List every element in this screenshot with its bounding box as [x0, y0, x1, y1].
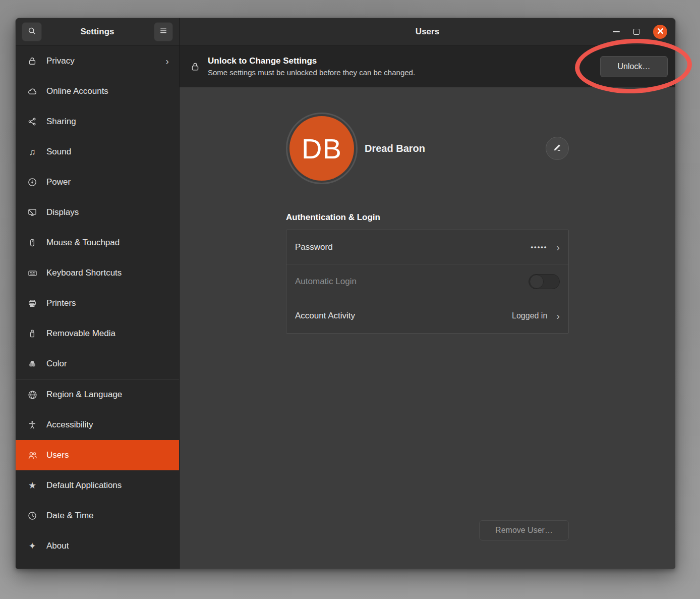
masked-password-value: ••••• — [531, 243, 548, 251]
keyboard-icon — [27, 267, 38, 279]
hamburger-menu-icon — [159, 26, 168, 37]
sidebar-item-default-applications[interactable]: ★ Default Applications — [16, 470, 179, 501]
mouse-icon — [27, 237, 38, 248]
sidebar-list: Privacy › Online Accounts Sharing ♫ Soun… — [16, 46, 179, 569]
sparkle-icon: ✦ — [27, 540, 38, 552]
printer-icon — [27, 298, 38, 309]
main-area: DB Dread Baron Authentication & Login Pa… — [180, 87, 675, 569]
sidebar-item-date-time[interactable]: Date & Time — [16, 501, 179, 531]
sidebar-item-online-accounts[interactable]: Online Accounts — [16, 76, 179, 106]
maximize-button[interactable] — [633, 29, 639, 35]
banner-text: Unlock to Change Settings Some settings … — [208, 56, 415, 77]
sidebar-header: Settings — [16, 18, 179, 46]
clock-icon — [27, 510, 38, 521]
sidebar-item-removable-media[interactable]: Removable Media — [16, 318, 179, 349]
close-button[interactable] — [653, 25, 667, 39]
sidebar-item-users[interactable]: Users — [16, 440, 179, 470]
sidebar-item-sharing[interactable]: Sharing — [16, 106, 179, 137]
search-icon — [27, 26, 37, 38]
minimize-button[interactable] — [613, 31, 620, 32]
profile-row: DB Dread Baron — [286, 113, 569, 184]
chevron-right-icon: › — [556, 311, 560, 321]
chevron-right-icon: › — [165, 56, 169, 66]
banner-subtitle: Some settings must be unlocked before th… — [208, 68, 415, 77]
unlock-button[interactable]: Unlock… — [600, 56, 668, 77]
settings-window: Settings Privacy › Online Accounts — [15, 18, 676, 569]
power-icon — [27, 177, 38, 188]
sidebar-item-printers[interactable]: Printers — [16, 288, 179, 318]
sidebar-item-keyboard-shortcuts[interactable]: Keyboard Shortcuts — [16, 258, 179, 288]
sidebar-item-about[interactable]: ✦ About — [16, 531, 179, 561]
primary-menu-button[interactable] — [154, 22, 173, 41]
sidebar-item-power[interactable]: Power — [16, 167, 179, 197]
unlock-banner: Unlock to Change Settings Some settings … — [180, 46, 675, 87]
star-icon: ★ — [27, 480, 38, 491]
sidebar-item-color[interactable]: Color — [16, 349, 179, 379]
lock-icon — [27, 56, 38, 67]
sidebar-item-sound[interactable]: ♫ Sound — [16, 137, 179, 167]
music-note-icon: ♫ — [27, 146, 38, 157]
page-title: Users — [180, 27, 675, 37]
color-circles-icon — [27, 358, 38, 369]
password-row[interactable]: Password ••••• › — [286, 230, 568, 264]
toggle-knob — [530, 275, 544, 289]
users-icon — [27, 450, 38, 461]
cloud-icon — [27, 86, 38, 97]
sidebar-item-displays[interactable]: Displays — [16, 197, 179, 228]
accessibility-icon — [27, 419, 38, 430]
chevron-right-icon: › — [556, 242, 560, 252]
close-icon — [657, 27, 664, 36]
sidebar-item-accessibility[interactable]: Accessibility — [16, 410, 179, 440]
auth-card: Password ••••• › Automatic Login — [286, 230, 569, 334]
edit-name-button[interactable] — [546, 137, 569, 160]
remove-user-button[interactable]: Remove User… — [479, 520, 569, 540]
account-activity-value: Logged in — [512, 311, 547, 320]
search-button[interactable] — [22, 22, 42, 41]
account-activity-row[interactable]: Account Activity Logged in › — [286, 299, 568, 333]
content-pane: Users Unlock to Change Settings Some set… — [180, 18, 675, 569]
automatic-login-toggle[interactable] — [529, 274, 560, 289]
titlebar: Users — [180, 18, 675, 46]
window-controls — [613, 25, 667, 39]
user-full-name: Dread Baron — [365, 143, 425, 154]
avatar-ring: DB — [286, 113, 358, 184]
sidebar: Settings Privacy › Online Accounts — [16, 18, 180, 569]
sidebar-item-mouse-touchpad[interactable]: Mouse & Touchpad — [16, 228, 179, 258]
automatic-login-row: Automatic Login — [286, 264, 568, 298]
pencil-icon — [552, 142, 562, 154]
banner-title: Unlock to Change Settings — [208, 56, 415, 66]
auth-section-heading: Authentication & Login — [286, 212, 569, 223]
usb-drive-icon — [27, 328, 38, 339]
sidebar-item-region-language[interactable]: Region & Language — [16, 379, 179, 410]
display-icon — [27, 207, 38, 218]
sidebar-item-privacy[interactable]: Privacy › — [16, 46, 179, 76]
avatar: DB — [289, 116, 354, 181]
lock-icon — [190, 61, 201, 72]
globe-icon — [27, 389, 38, 400]
share-icon — [27, 116, 38, 127]
